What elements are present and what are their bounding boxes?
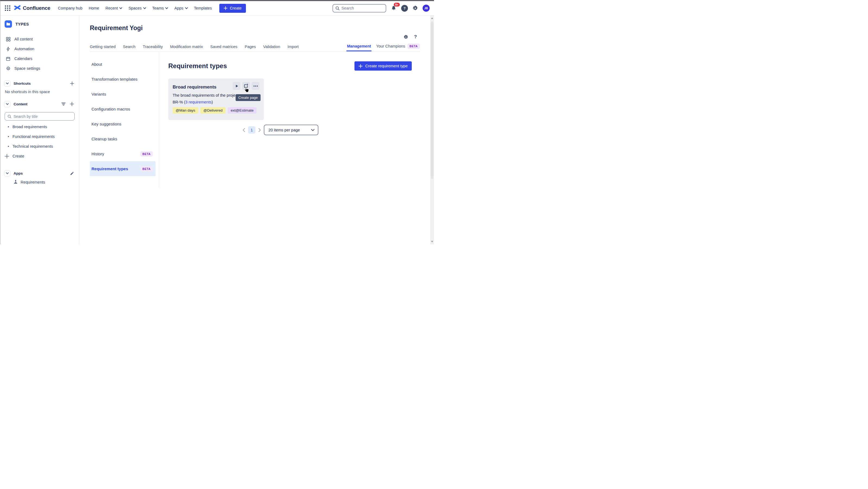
page-item-broad-requirements[interactable]: Broad requirements — [0, 122, 79, 132]
add-shortcut-button[interactable] — [70, 82, 74, 86]
app-tabs: Getting started Search Traceability Modi… — [90, 40, 420, 52]
help-button[interactable]: ? — [401, 5, 408, 12]
page-number-button[interactable]: 1 — [248, 126, 255, 133]
search-input[interactable] — [341, 6, 377, 10]
tab-validation[interactable]: Validation — [263, 44, 280, 49]
subnav-item-variants[interactable]: Variants — [90, 87, 156, 101]
tab-your-champions[interactable]: Your Champions BETA — [376, 43, 420, 49]
beta-badge: BETA — [140, 166, 153, 172]
sidebar-item-automation[interactable]: Automation — [0, 44, 79, 54]
nav-link-apps[interactable]: Apps — [174, 6, 188, 10]
confluence-app-window: Confluence Company hub Home Recent Space… — [0, 0, 434, 244]
subnav-item-configuration-macros[interactable]: Configuration macros — [90, 101, 156, 117]
create-page-button[interactable] — [242, 82, 250, 90]
requirement-types-panel: Requirement types Create requirement typ… — [159, 52, 420, 244]
content-title: Content — [13, 102, 27, 106]
chevron-down-icon — [311, 129, 315, 131]
apps-section-header: Apps — [0, 169, 79, 177]
navbar-right: 9+ ? JB — [333, 4, 430, 12]
filter-icon[interactable] — [61, 102, 66, 106]
subnav-item-about[interactable]: About — [90, 57, 156, 72]
tab-pages[interactable]: Pages — [245, 44, 256, 49]
nav-link-teams[interactable]: Teams — [152, 6, 168, 10]
app-settings-button[interactable] — [403, 34, 408, 40]
shortcuts-collapse-button[interactable] — [4, 80, 10, 87]
search-icon — [8, 115, 11, 118]
card-labels: @Man days @Delivered ext@Estimate — [173, 107, 259, 114]
page-item-technical-requirements[interactable]: Technical requirements — [0, 142, 79, 151]
sidebar-create-button[interactable]: Create — [0, 151, 79, 161]
app-help-button[interactable]: ? — [414, 34, 417, 40]
vertical-scrollbar[interactable] — [430, 16, 434, 244]
tab-import[interactable]: Import — [287, 44, 299, 49]
content-search[interactable] — [5, 112, 75, 121]
label-pill[interactable]: @Delivered — [200, 107, 225, 114]
create-requirement-type-button[interactable]: Create requirement type — [354, 61, 412, 70]
nav-link-recent[interactable]: Recent — [105, 6, 122, 10]
edit-apps-button[interactable] — [70, 171, 74, 175]
requirement-yogi-icon — [13, 180, 18, 185]
add-content-button[interactable] — [70, 102, 74, 106]
nav-link-spaces[interactable]: Spaces — [128, 6, 146, 10]
tab-saved-matrices[interactable]: Saved matrices — [210, 44, 238, 49]
sidebar-item-all-content[interactable]: All content — [0, 34, 79, 44]
beta-badge: BETA — [140, 151, 153, 157]
apps-title: Apps — [13, 171, 23, 175]
product-name: Confluence — [23, 5, 50, 11]
nav-link-templates[interactable]: Templates — [194, 6, 212, 10]
pencil-icon — [70, 171, 74, 175]
more-actions-button[interactable] — [252, 82, 259, 90]
top-navbar: Confluence Company hub Home Recent Space… — [0, 1, 434, 16]
tab-getting-started[interactable]: Getting started — [90, 44, 116, 49]
notifications-button[interactable]: 9+ — [391, 5, 397, 11]
search-icon — [336, 6, 340, 10]
content-collapse-button[interactable] — [4, 101, 10, 107]
subnav-item-requirement-types[interactable]: Requirement types BETA — [90, 161, 156, 176]
scroll-up-arrow[interactable] — [431, 18, 433, 19]
global-create-button[interactable]: Create — [219, 4, 246, 13]
chevron-down-icon — [165, 7, 168, 9]
sidebar-item-calendars[interactable]: Calendars — [0, 54, 79, 64]
content-search-input[interactable] — [13, 114, 65, 119]
scrollbar-thumb[interactable] — [431, 22, 433, 179]
next-page-button[interactable] — [258, 128, 261, 132]
chevron-down-icon — [6, 83, 9, 85]
space-header[interactable]: TYPES — [0, 20, 79, 28]
items-per-page-select[interactable]: 20 items per page — [264, 125, 318, 135]
gear-icon — [403, 34, 408, 40]
label-pill[interactable]: ext@Estimate — [228, 107, 256, 114]
sidebar-item-space-settings[interactable]: Space settings — [0, 64, 79, 73]
subnav-item-history[interactable]: History BETA — [90, 146, 156, 161]
shortcuts-empty-message: No shortcuts in this space — [0, 87, 79, 94]
page-item-functional-requirements[interactable]: Functional requirements — [0, 132, 79, 142]
confluence-logo[interactable]: Confluence — [14, 4, 50, 12]
space-avatar-icon — [5, 20, 12, 28]
plus-icon — [5, 154, 9, 159]
app-switcher-icon[interactable] — [5, 5, 10, 11]
apps-collapse-button[interactable] — [4, 170, 10, 177]
settings-button[interactable] — [412, 5, 418, 11]
tab-management[interactable]: Management — [347, 44, 371, 48]
label-pill[interactable]: @Man days — [173, 107, 198, 114]
grid-icon — [5, 37, 11, 41]
subnav-item-key-suggestions[interactable]: Key suggestions — [90, 117, 156, 131]
app-item-requirements[interactable]: Requirements — [0, 177, 79, 187]
create-page-icon — [244, 84, 248, 88]
chevron-right-icon — [258, 128, 261, 132]
subnav-item-transformation-templates[interactable]: Transformation templates — [90, 72, 156, 87]
tab-traceability[interactable]: Traceability — [143, 44, 163, 49]
scroll-down-arrow[interactable] — [431, 241, 433, 242]
nav-link-company-hub[interactable]: Company hub — [58, 6, 82, 10]
previous-page-button[interactable] — [243, 128, 245, 132]
tab-search[interactable]: Search — [123, 44, 135, 49]
requirements-count-link[interactable]: 3 requirements — [185, 100, 212, 104]
subnav-item-cleanup-tasks[interactable]: Cleanup tasks — [90, 131, 156, 146]
nav-link-home[interactable]: Home — [89, 6, 99, 10]
section-heading: Requirement types — [168, 62, 227, 70]
global-search[interactable] — [333, 4, 386, 12]
tab-modification-matrix[interactable]: Modification matrix — [170, 44, 203, 49]
run-button[interactable] — [232, 82, 241, 90]
lightning-icon — [5, 47, 11, 51]
user-avatar[interactable]: JB — [423, 5, 430, 12]
pagination: 1 20 items per page — [243, 125, 318, 135]
